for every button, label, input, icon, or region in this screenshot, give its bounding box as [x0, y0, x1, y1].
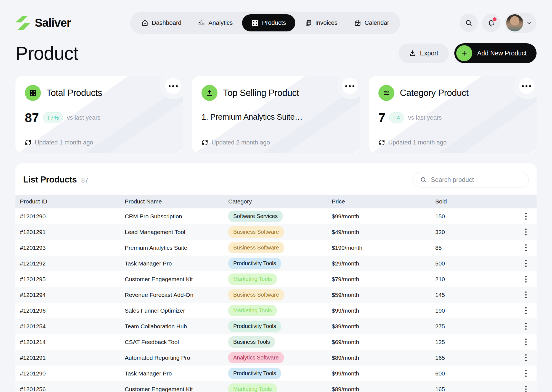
nav-item-calendar[interactable]: Calendar — [347, 15, 396, 31]
row-menu-button[interactable] — [524, 290, 528, 300]
cell-name: Team Collaboration Hub — [125, 323, 228, 330]
delta-badge: ↑4 — [389, 112, 404, 123]
row-menu-button[interactable] — [524, 305, 528, 316]
cell-name: CRM Pro Subscription — [125, 213, 228, 220]
card-title: Total Products — [46, 88, 102, 98]
add-new-product-button[interactable]: Add New Product — [454, 43, 537, 63]
cell-id: #1201291 — [20, 355, 125, 361]
cell-id: #1201291 — [20, 229, 125, 235]
plus-icon — [456, 45, 472, 61]
cell-name: Task Manager Pro — [125, 260, 228, 267]
table-row: #1201290 Task Manager Pro Productivity T… — [15, 366, 537, 381]
row-menu-button[interactable] — [524, 353, 528, 363]
upload-icon — [201, 85, 217, 101]
cell-sold: 500 — [435, 260, 518, 267]
top-actions — [460, 13, 537, 33]
category-badge: Business Software — [228, 226, 284, 238]
page-actions: Export Add New Product — [399, 43, 537, 63]
row-menu-button[interactable] — [524, 227, 528, 237]
row-menu-button[interactable] — [524, 274, 528, 284]
product-table-card: List Products 87 Product ID Product Name… — [15, 163, 537, 392]
table-row: #1201254 Team Collaboration Hub Producti… — [15, 318, 537, 334]
row-menu-button[interactable] — [524, 337, 528, 347]
card-menu-button[interactable] — [342, 78, 358, 94]
export-label: Export — [420, 50, 438, 57]
nav-item-dashboard[interactable]: Dashboard — [134, 15, 189, 31]
table-row: #1201290 CRM Pro Subscription Software S… — [15, 208, 537, 224]
category-badge: Productivity Tools — [228, 258, 281, 269]
cell-sold: 600 — [435, 370, 518, 377]
row-menu-button[interactable] — [524, 258, 528, 269]
card-menu-button[interactable] — [165, 78, 181, 94]
table-body: #1201290 CRM Pro Subscription Software S… — [15, 208, 537, 392]
nav-item-invoices[interactable]: Invoices — [298, 15, 345, 31]
cell-sold: 190 — [435, 307, 518, 314]
arrow-up-icon: ↑ — [393, 114, 396, 121]
nav-label: Analytics — [208, 19, 233, 26]
card-value: 87 — [25, 110, 39, 125]
grid-icon — [251, 19, 259, 26]
table-title: List Products — [23, 175, 77, 185]
card-updated: Updated 1 month ago — [378, 139, 447, 146]
cell-price: $99/month — [332, 213, 435, 220]
category-badge: Productivity Tools — [228, 321, 281, 332]
cell-sold: 275 — [435, 323, 518, 330]
table-row: #1201291 Lead Management Tool Business S… — [15, 224, 537, 240]
cell-price: $39/month — [332, 323, 435, 330]
cell-id: #1201256 — [20, 386, 125, 392]
row-menu-button[interactable] — [524, 243, 528, 253]
card-total-products: Total Products 87 ↑7% vs last years Upda… — [15, 76, 183, 153]
nav-label: Dashboard — [152, 19, 182, 26]
brand-logo: Saliver — [15, 16, 71, 30]
col-price: Price — [332, 198, 435, 205]
search-icon — [420, 176, 427, 183]
category-badge: Marketing Tools — [228, 273, 277, 285]
card-menu-button[interactable] — [518, 78, 535, 94]
cell-name: Customer Engagement Kit — [125, 276, 228, 283]
notifications-button[interactable] — [482, 14, 500, 32]
cell-name: CSAT Feedback Tool — [125, 339, 228, 345]
avatar — [506, 14, 523, 31]
search-product-input[interactable] — [431, 176, 522, 184]
cell-id: #1201294 — [20, 292, 125, 298]
cell-sold: 150 — [435, 213, 518, 220]
invoice-icon — [305, 19, 312, 26]
chevron-down-icon — [526, 20, 532, 26]
compare-label: vs last years — [67, 114, 100, 121]
cell-price: $79/month — [332, 276, 435, 283]
cell-id: #1201295 — [20, 276, 125, 283]
notification-dot — [493, 17, 497, 21]
cell-id: #1201254 — [20, 323, 125, 330]
row-menu-button[interactable] — [524, 211, 528, 221]
row-menu-button[interactable] — [524, 368, 528, 378]
search-button[interactable] — [460, 14, 478, 32]
cell-price: $29/month — [332, 260, 435, 267]
cell-name: Premium Analytics Suite — [125, 245, 228, 251]
table-row: #1201293 Premium Analytics Suite Busines… — [15, 240, 537, 256]
cell-sold: 145 — [435, 292, 518, 298]
cell-sold: 165 — [435, 386, 518, 392]
home-icon — [141, 19, 148, 26]
export-button[interactable]: Export — [399, 44, 449, 63]
nav-item-analytics[interactable]: Analytics — [191, 15, 240, 31]
cell-name: Revenue Forecast Add-On — [125, 292, 228, 298]
table-row: #1201214 CSAT Feedback Tool Business Too… — [15, 334, 537, 350]
user-menu[interactable] — [505, 13, 537, 33]
row-menu-button[interactable] — [524, 321, 528, 331]
col-product-id: Product ID — [20, 198, 125, 205]
nav-item-products[interactable]: Products — [242, 14, 295, 31]
cell-price: $89/month — [332, 355, 435, 361]
delta-value: 7% — [51, 114, 59, 121]
cell-price: $49/month — [332, 229, 435, 235]
category-badge: Analytics Software — [228, 352, 284, 363]
cell-name: Customer Engagement Kit — [125, 386, 228, 392]
refresh-icon — [25, 139, 31, 146]
top-bar: Saliver Dashboard Analytics — [0, 0, 552, 34]
row-menu-button[interactable] — [524, 384, 528, 392]
updated-label: Updated 2 month ago — [211, 139, 270, 146]
card-title: Category Product — [400, 88, 469, 98]
category-badge: Business Tools — [228, 336, 275, 348]
updated-label: Updated 1 month ago — [35, 139, 93, 146]
download-icon — [409, 50, 416, 57]
cell-sold: 165 — [435, 355, 518, 361]
